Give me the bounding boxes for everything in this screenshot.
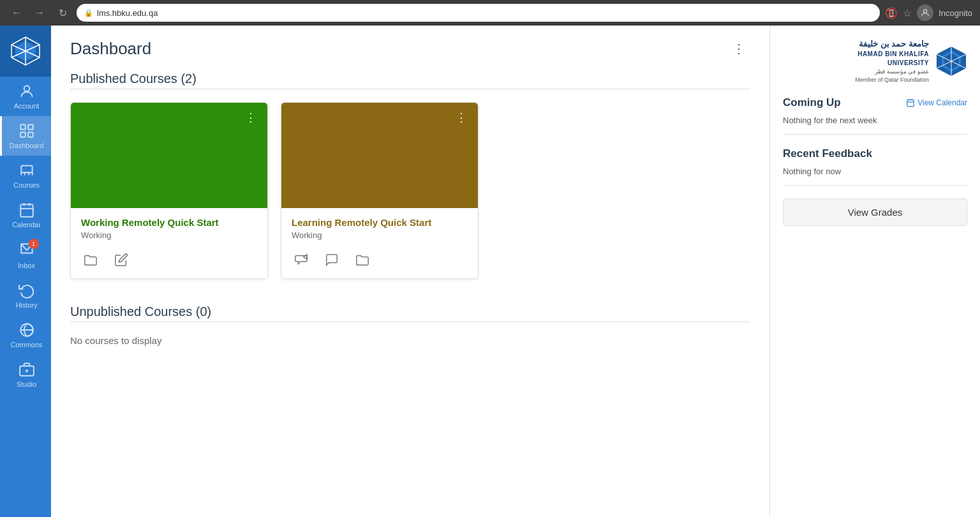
view-calendar-label: View Calendar <box>917 98 967 107</box>
main-content: Dashboard ⋮ Published Courses (2) ⋮ Work… <box>51 26 769 517</box>
svg-rect-7 <box>20 124 26 130</box>
course-card-1-folder-button[interactable] <box>81 250 100 269</box>
dashboard-header: Dashboard ⋮ <box>70 38 750 59</box>
course-card-2-folder-button[interactable] <box>353 250 372 269</box>
browser-right-controls: 📵 ☆ Incognito <box>885 4 972 21</box>
app-container: Account Dashboard Courses Calendar 1 Inb… <box>0 26 980 517</box>
course-card-2: ⋮ Learning Remotely Quick Start Working <box>281 102 479 279</box>
incognito-label: Incognito <box>939 8 972 18</box>
recent-feedback-header: Recent Feedback <box>783 147 967 160</box>
unpublished-section-title: Unpublished Courses (0) <box>70 304 750 319</box>
univ-subtitle-ar: عضو في مؤسسة قطر <box>855 68 929 76</box>
university-text: جامعة حمد بن خليفة HAMAD BIN KHALIFA UNI… <box>855 38 929 84</box>
inbox-badge-container: 1 <box>19 241 35 259</box>
camera-off-icon: 📵 <box>885 7 898 19</box>
page-title: Dashboard <box>70 39 151 59</box>
course-card-2-header: ⋮ <box>281 103 478 208</box>
recent-feedback-empty-text: Nothing for now <box>783 167 967 186</box>
course-card-1-status: Working <box>81 230 257 240</box>
course-card-2-announce-button[interactable] <box>292 250 311 269</box>
back-button[interactable]: ← <box>8 4 26 22</box>
sidebar-dashboard-label: Dashboard <box>10 142 44 149</box>
coming-up-section: Coming Up View Calendar Nothing for the … <box>783 96 967 135</box>
view-grades-button[interactable]: View Grades <box>783 199 967 226</box>
reload-button[interactable]: ↻ <box>54 4 71 22</box>
sidebar-inbox-label: Inbox <box>18 262 35 269</box>
course-card-1-menu[interactable]: ⋮ <box>241 109 261 126</box>
university-icon <box>935 45 967 77</box>
sidebar-item-courses[interactable]: Courses <box>0 156 51 195</box>
address-bar[interactable]: 🔒 lms.hbku.edu.qa <box>77 4 880 22</box>
sidebar-studio-label: Studio <box>17 380 36 388</box>
view-calendar-link[interactable]: View Calendar <box>906 98 967 107</box>
course-card-1-body: Working Remotely Quick Start Working <box>71 208 267 278</box>
recent-feedback-title: Recent Feedback <box>783 147 872 160</box>
svg-rect-8 <box>28 124 33 130</box>
course-card-1-icons <box>81 250 257 269</box>
sidebar-logo[interactable] <box>0 26 51 77</box>
course-card-2-status: Working <box>292 230 468 240</box>
sidebar: Account Dashboard Courses Calendar 1 Inb… <box>0 26 51 517</box>
sidebar-history-label: History <box>15 301 37 309</box>
course-card-2-body: Learning Remotely Quick Start Working <box>281 208 478 278</box>
svg-rect-10 <box>28 132 33 137</box>
no-courses-text: No courses to display <box>70 335 750 346</box>
lock-icon: 🔒 <box>84 9 93 17</box>
recent-feedback-section: Recent Feedback Nothing for now <box>783 147 967 186</box>
url-text: lms.hbku.edu.qa <box>97 8 158 18</box>
sidebar-account-label: Account <box>14 102 40 110</box>
sidebar-calendar-label: Calendar <box>12 221 41 229</box>
sidebar-courses-label: Courses <box>13 181 40 189</box>
courses-grid: ⋮ Working Remotely Quick Start Working <box>70 102 750 279</box>
course-card-1-header: ⋮ <box>71 103 267 208</box>
univ-name-ar: جامعة حمد بن خليفة <box>855 38 929 50</box>
published-section-title: Published Courses (2) <box>70 71 750 86</box>
sidebar-item-account[interactable]: Account <box>0 77 51 116</box>
sidebar-item-history[interactable]: History <box>0 276 51 315</box>
univ-name-en: HAMAD BIN KHALIFA <box>855 50 929 59</box>
course-card-2-discussion-button[interactable] <box>322 250 341 269</box>
sidebar-item-dashboard[interactable]: Dashboard <box>0 116 51 156</box>
coming-up-empty-text: Nothing for the next week <box>783 116 967 135</box>
coming-up-title: Coming Up <box>783 96 841 109</box>
svg-point-0 <box>924 10 927 13</box>
inbox-badge: 1 <box>29 239 39 249</box>
sidebar-item-commons[interactable]: Commons <box>0 315 51 355</box>
course-card-1-name[interactable]: Working Remotely Quick Start <box>81 217 257 228</box>
bookmark-icon: ☆ <box>903 7 912 19</box>
right-panel: جامعة حمد بن خليفة HAMAD BIN KHALIFA UNI… <box>769 26 980 517</box>
course-card-1: ⋮ Working Remotely Quick Start Working <box>70 102 268 279</box>
svg-rect-27 <box>907 100 914 107</box>
coming-up-header: Coming Up View Calendar <box>783 96 967 109</box>
browser-chrome: ← → ↻ 🔒 lms.hbku.edu.qa 📵 ☆ Incognito <box>0 0 980 26</box>
sidebar-item-inbox[interactable]: 1 Inbox <box>0 235 51 276</box>
course-card-1-edit-button[interactable] <box>112 250 131 269</box>
incognito-avatar[interactable] <box>917 4 933 21</box>
svg-point-6 <box>24 86 29 91</box>
univ-subtitle-en: Member of Qatar Foundation <box>855 76 929 84</box>
course-card-2-menu[interactable]: ⋮ <box>452 109 471 126</box>
university-logo: جامعة حمد بن خليفة HAMAD BIN KHALIFA UNI… <box>783 38 967 84</box>
more-options-button[interactable]: ⋮ <box>727 38 750 59</box>
unpublished-divider <box>70 322 750 322</box>
sidebar-commons-label: Commons <box>10 341 42 348</box>
sidebar-item-studio[interactable]: Studio <box>0 355 51 394</box>
sidebar-item-calendar[interactable]: Calendar <box>0 195 51 235</box>
course-card-2-name[interactable]: Learning Remotely Quick Start <box>292 217 468 228</box>
published-divider <box>70 89 750 89</box>
course-card-2-icons <box>292 250 468 269</box>
svg-rect-9 <box>20 132 26 137</box>
svg-rect-11 <box>20 204 33 217</box>
forward-button[interactable]: → <box>31 4 48 22</box>
univ-name-en2: UNIVERSITY <box>855 59 929 68</box>
